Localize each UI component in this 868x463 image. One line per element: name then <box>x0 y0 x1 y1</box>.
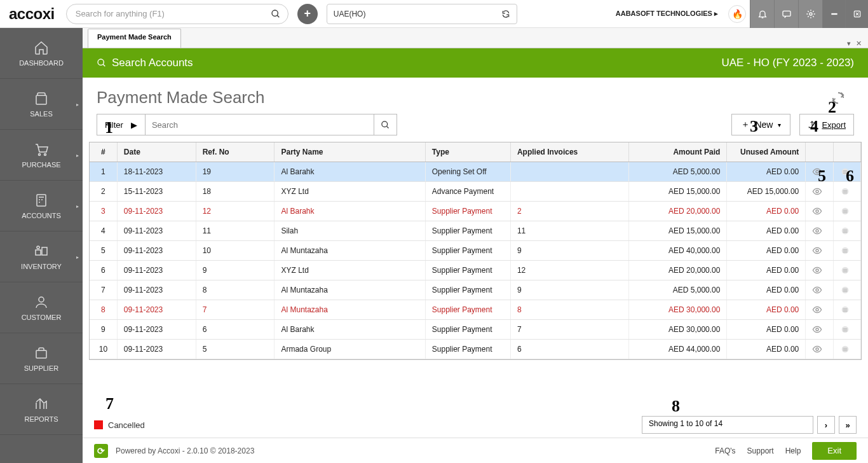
row-menu-icon[interactable] <box>833 202 860 221</box>
sidebar-item-inventory[interactable]: INVENTORY▸ <box>0 232 83 282</box>
cell-ref: 12 <box>196 202 275 221</box>
table-row[interactable]: 309-11-202312Al BarahkSupplier Payment2A… <box>90 202 861 221</box>
sync-icon[interactable] <box>501 10 510 18</box>
table-row[interactable]: 609-11-20239XYZ LtdSupplier Payment12AED… <box>90 261 861 280</box>
filter-button[interactable]: Filter ▶ <box>97 114 146 135</box>
cell-index: 1 <box>90 162 117 182</box>
tab-close-icon[interactable]: ✕ <box>856 39 862 48</box>
col-party[interactable]: Party Name <box>275 142 425 162</box>
cell-index: 4 <box>90 221 117 241</box>
sidebar-item-customer[interactable]: CUSTOMER <box>0 282 83 333</box>
table-row[interactable]: 909-11-20236Al BarahkSupplier Payment7AE… <box>90 320 861 340</box>
row-menu-icon[interactable] <box>833 300 860 320</box>
table-row[interactable]: 409-11-202311SilahSupplier Payment11AED … <box>90 221 861 241</box>
cell-date: 09-11-2023 <box>117 261 196 280</box>
view-icon[interactable] <box>806 300 833 320</box>
view-icon[interactable] <box>806 202 833 221</box>
cell-date: 15-11-2023 <box>117 182 196 202</box>
sidebar-item-purchase[interactable]: PURCHASE▸ <box>0 130 83 181</box>
tab-payment-made-search[interactable]: Payment Made Search <box>88 29 181 48</box>
cell-unused: AED 0.00 <box>727 202 806 221</box>
svg-point-23 <box>382 121 388 127</box>
export-button[interactable]: Export <box>799 114 854 135</box>
table-row[interactable]: 709-11-20238Al MuntazahaSupplier Payment… <box>90 280 861 300</box>
svg-rect-8 <box>36 95 46 104</box>
row-menu-icon[interactable] <box>833 241 860 261</box>
table-row[interactable]: 118-11-202319Al BarahkOpening Set OffAED… <box>90 162 861 182</box>
table-row[interactable]: 1009-11-20235Armada GroupSupplier Paymen… <box>90 340 861 359</box>
sidebar-item-accounts[interactable]: ACCOUNTS▸ <box>0 181 83 232</box>
cell-invoices: 8 <box>510 300 628 320</box>
col-type[interactable]: Type <box>425 142 510 162</box>
sidebar-item-dashboard[interactable]: DASHBOARD <box>0 28 83 79</box>
view-icon[interactable] <box>806 280 833 300</box>
cell-unused: AED 15,000.00 <box>727 182 806 202</box>
col-amount[interactable]: Amount Paid <box>628 142 727 162</box>
svg-rect-54 <box>843 272 847 272</box>
col-index[interactable]: # <box>90 142 117 162</box>
cell-amount: AED 15,000.00 <box>628 221 727 241</box>
table-row[interactable]: 215-11-202318XYZ LtdAdvance PaymentAED 1… <box>90 182 861 202</box>
svg-point-21 <box>98 59 104 65</box>
table-row[interactable]: 509-11-202310Al MuntazahaSupplier Paymen… <box>90 241 861 261</box>
footer-link-support[interactable]: Support <box>747 446 774 455</box>
svg-rect-2 <box>783 11 790 16</box>
main: Payment Made Search ▾ ✕ Search Accounts … <box>83 28 868 463</box>
annotation-4: 4 <box>810 117 818 136</box>
last-page-button[interactable]: » <box>839 416 857 434</box>
footer-link-help[interactable]: Help <box>785 446 801 455</box>
bell-icon[interactable] <box>750 0 774 28</box>
tab-dropdown-icon[interactable]: ▾ <box>847 39 851 48</box>
sidebar-item-reports[interactable]: REPORTS <box>0 384 83 435</box>
search-input[interactable] <box>66 4 288 24</box>
row-menu-icon[interactable] <box>833 221 860 241</box>
sidebar-item-sales[interactable]: SALES▸ <box>0 79 83 130</box>
close-icon[interactable] <box>845 0 868 28</box>
next-page-button[interactable]: › <box>817 416 835 434</box>
svg-rect-74 <box>843 350 847 351</box>
cell-date: 09-11-2023 <box>117 202 196 221</box>
exit-button[interactable]: Exit <box>812 442 857 460</box>
sidebar-item-supplier[interactable]: SUPPLIER <box>0 333 83 384</box>
view-icon[interactable] <box>806 241 833 261</box>
company-name[interactable]: AABASOFT TECHNOLOGIES ▸ <box>616 10 724 18</box>
avatar-icon[interactable]: 🔥 <box>728 5 746 23</box>
gear-icon[interactable] <box>798 0 822 28</box>
view-icon[interactable] <box>806 261 833 280</box>
filter-search-button[interactable] <box>374 114 397 135</box>
col-invoices[interactable]: Applied Invoices <box>510 142 628 162</box>
plus-icon: ＋ <box>741 119 750 130</box>
filter-search-input[interactable] <box>146 114 374 135</box>
col-unused[interactable]: Unused Amount <box>727 142 806 162</box>
row-menu-icon[interactable] <box>833 261 860 280</box>
cell-amount: AED 5,000.00 <box>628 162 727 182</box>
svg-point-0 <box>272 10 278 16</box>
minimize-icon[interactable] <box>822 0 845 28</box>
search-icon[interactable] <box>271 9 281 19</box>
view-icon[interactable] <box>806 320 833 340</box>
row-menu-icon[interactable] <box>833 280 860 300</box>
chat-icon[interactable] <box>774 0 798 28</box>
quick-add-button[interactable]: + <box>297 4 318 24</box>
view-icon[interactable] <box>806 340 833 359</box>
cell-invoices: 6 <box>510 340 628 359</box>
svg-point-30 <box>816 190 818 193</box>
svg-rect-53 <box>843 270 847 271</box>
table-row[interactable]: 809-11-20237Al MuntazahaSupplier Payment… <box>90 300 861 320</box>
svg-rect-69 <box>843 331 847 331</box>
row-menu-icon[interactable] <box>833 320 860 340</box>
cell-invoices <box>510 162 628 182</box>
col-ref[interactable]: Ref. No <box>196 142 275 162</box>
cell-party: Silah <box>275 221 425 241</box>
branch-selector[interactable]: UAE(HO) <box>327 4 517 24</box>
annotation-2: 2 <box>828 98 836 117</box>
cell-type: Opening Set Off <box>425 162 510 182</box>
col-date[interactable]: Date <box>117 142 196 162</box>
row-menu-icon[interactable] <box>833 340 860 359</box>
svg-point-50 <box>816 269 818 272</box>
footer-link-faq[interactable]: FAQ's <box>715 446 735 455</box>
new-button[interactable]: ＋ New ▾ <box>731 114 790 135</box>
cell-party: Al Barahk <box>275 162 425 182</box>
view-icon[interactable] <box>806 221 833 241</box>
svg-rect-73 <box>843 349 847 350</box>
